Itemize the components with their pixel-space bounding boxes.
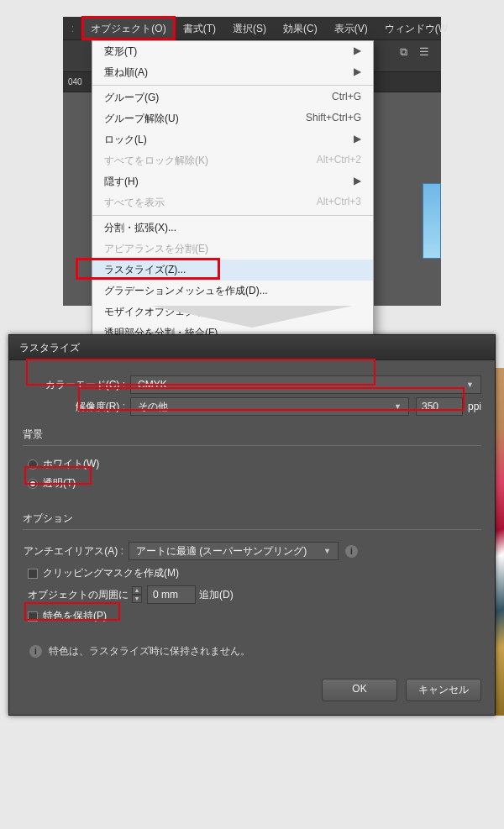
- label-antialias: アンチエイリアス(A) :: [23, 544, 129, 559]
- checkbox-icon: [28, 569, 38, 579]
- label-resolution: 解像度(R) :: [23, 400, 130, 414]
- mi-transform[interactable]: 変形(T)▶: [92, 41, 373, 62]
- mi-hide[interactable]: 隠す(H)▶: [92, 171, 373, 192]
- rasterize-dialog: ラスタライズ カラーモード(C) : CMYK▼ 解像度(R) : その他▼ 3…: [8, 334, 496, 716]
- check-preserve-spot[interactable]: 特色を保持(P): [28, 606, 476, 626]
- panel-stack-icon[interactable]: ☰: [419, 45, 429, 59]
- mi-ungroup[interactable]: グループ解除(U)Shift+Ctrl+G: [92, 108, 373, 129]
- row-padding: オブジェクトの周囲に ▲▼ 0 mm 追加(D): [28, 583, 476, 606]
- label-color-mode: カラーモード(C) :: [23, 378, 130, 392]
- row-antialias: アンチエイリアス(A) : アートに最適 (スーパーサンプリング)▼ i: [23, 542, 476, 560]
- menu-object[interactable]: オブジェクト(O): [82, 17, 174, 39]
- radio-white[interactable]: ホワイト(W): [28, 454, 476, 474]
- menu-format[interactable]: 書式(T): [175, 17, 224, 39]
- mi-gradient-mesh[interactable]: グラデーションメッシュを作成(D)...: [92, 281, 373, 302]
- mi-rasterize[interactable]: ラスタライズ(Z)...: [92, 260, 373, 281]
- mi-show-all: すべてを表示Alt+Ctrl+3: [92, 192, 373, 213]
- mi-lock[interactable]: ロック(L)▶: [92, 129, 373, 150]
- chevron-down-icon: ▼: [466, 376, 474, 393]
- canvas-image-sliver: [423, 183, 441, 259]
- label-padding-prefix: オブジェクトの周囲に: [28, 588, 129, 602]
- dialog-title: ラスタライズ: [9, 335, 495, 360]
- stepper-padding[interactable]: ▲▼: [132, 586, 142, 603]
- note-row: i 特色は、ラスタライズ時に保持されません。: [23, 644, 481, 658]
- radio-icon: [28, 479, 38, 489]
- menu-effect[interactable]: 効果(C): [275, 17, 326, 39]
- mi-group[interactable]: グループ(G)Ctrl+G: [92, 87, 373, 108]
- info-icon[interactable]: i: [345, 545, 358, 558]
- checkbox-icon: [28, 611, 38, 622]
- cancel-button[interactable]: キャンセル: [406, 679, 481, 701]
- mi-arrange[interactable]: 重ね順(A)▶: [92, 62, 373, 83]
- menubar-edge: :: [63, 17, 82, 39]
- select-color-mode[interactable]: CMYK▼: [130, 375, 481, 394]
- info-icon: i: [29, 645, 42, 658]
- ok-button[interactable]: OK: [322, 679, 397, 701]
- select-resolution[interactable]: その他▼: [130, 397, 409, 416]
- menu-view[interactable]: 表示(V): [326, 17, 376, 39]
- mi-unlock-all: すべてをロック解除(K)Alt+Ctrl+2: [92, 150, 373, 171]
- group-options-label: オプション: [23, 512, 481, 526]
- menubar: : オブジェクト(O) 書式(T) 選択(S) 効果(C) 表示(V) ウィンド…: [63, 17, 441, 40]
- check-clip-mask[interactable]: クリッピングマスクを作成(M): [28, 564, 476, 583]
- chevron-down-icon: ▼: [394, 398, 402, 415]
- menu-select[interactable]: 選択(S): [224, 17, 275, 39]
- mi-expand-appearance: アピアランスを分割(E): [92, 239, 373, 260]
- chevron-down-icon: ▼: [323, 543, 331, 559]
- menu-screenshot: : オブジェクト(O) 書式(T) 選択(S) 効果(C) 表示(V) ウィンド…: [63, 17, 441, 306]
- label-ppi-unit: ppi: [468, 401, 481, 412]
- group-background-label: 背景: [23, 428, 481, 442]
- panel-toggle-icon[interactable]: ⧉: [400, 45, 407, 59]
- flow-arrow: [63, 306, 441, 331]
- select-antialias[interactable]: アートに最適 (スーパーサンプリング)▼: [129, 542, 339, 560]
- menu-window[interactable]: ウィンドウ(W: [376, 17, 456, 39]
- mi-expand[interactable]: 分割・拡張(X)...: [92, 218, 373, 239]
- input-ppi[interactable]: 350: [416, 397, 463, 416]
- input-padding[interactable]: 0 mm: [147, 585, 196, 604]
- radio-icon: [28, 459, 38, 470]
- radio-transparent[interactable]: 透明(T): [28, 474, 476, 493]
- row-resolution: 解像度(R) : その他▼ 350 ppi: [23, 397, 481, 416]
- svg-marker-0: [151, 306, 353, 328]
- row-color-mode: カラーモード(C) : CMYK▼: [23, 375, 481, 394]
- label-padding-suffix: 追加(D): [199, 588, 234, 602]
